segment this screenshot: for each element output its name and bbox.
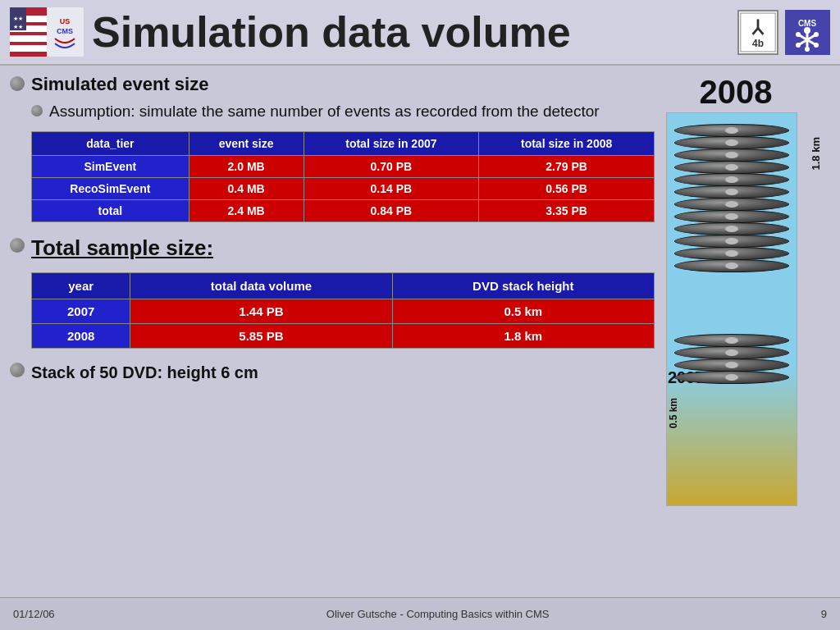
cms-star-logo: CMS <box>785 10 830 55</box>
svg-rect-3 <box>10 35 47 42</box>
t1-r1-c0: RecoSimEvent <box>32 178 189 200</box>
bullet-dot-3 <box>10 363 25 377</box>
bullet-item-1: Simulated event size <box>10 74 633 95</box>
total-section: Total sample size: <box>10 235 633 261</box>
t1-r0-c1: 2.0 MB <box>189 156 304 178</box>
table2-header-2: DVD stack height <box>392 273 654 299</box>
t1-r0-c0: SimEvent <box>32 156 189 178</box>
svg-point-24 <box>814 32 819 37</box>
main-content: Simulated event size Assumption: simulat… <box>0 66 840 597</box>
svg-point-23 <box>796 32 801 37</box>
t1-r2-c1: 2.4 MB <box>189 200 304 222</box>
svg-text:★★: ★★ <box>13 16 23 21</box>
bullet-dot-2 <box>10 238 25 253</box>
t1-r2-c3: 3.35 PB <box>479 200 655 222</box>
dvd-stack-2008 <box>674 125 789 272</box>
t2-r0-c1: 1.44 PB <box>130 299 392 324</box>
t2-r0-c0: 2007 <box>32 299 130 324</box>
t1-r2-c2: 0.84 PB <box>304 200 479 222</box>
4b-icon: 4b <box>737 10 778 55</box>
left-panel: Simulated event size Assumption: simulat… <box>10 74 633 589</box>
svg-text:★★: ★★ <box>13 24 23 30</box>
table-row: RecoSimEvent 0.4 MB 0.14 PB 0.56 PB <box>32 178 655 200</box>
km-18-label: 1.8 km <box>810 137 822 170</box>
footer: 01/12/06 Oliver Gutsche - Computing Basi… <box>0 597 840 630</box>
bullet-item-2: Total sample size: <box>10 235 633 261</box>
svg-text:4b: 4b <box>752 37 764 48</box>
total-title: Total sample size: <box>31 235 213 261</box>
svg-text:US: US <box>60 17 71 25</box>
svg-point-21 <box>804 27 810 34</box>
t1-r0-c2: 0.70 PB <box>304 156 479 178</box>
right-panel: 2008 1.8 km <box>641 74 830 589</box>
logo-area: ★★ ★★ US CMS <box>10 7 84 57</box>
footer-title: Oliver Gutsche - Computing Basics within… <box>326 608 550 620</box>
table1-header-1: event size <box>189 132 304 156</box>
header-icons: 4b CMS <box>737 10 830 55</box>
table-row: 2007 1.44 PB 0.5 km <box>32 299 655 324</box>
table-row: 2008 5.85 PB 1.8 km <box>32 324 655 349</box>
t1-r2-c0: total <box>32 200 189 222</box>
svg-text:CMS: CMS <box>798 19 817 28</box>
table2-header-1: total data volume <box>130 273 392 299</box>
table2-header-0: year <box>32 273 130 299</box>
km-05-label: 0.5 km <box>668 398 679 428</box>
total-sample-table: year total data volume DVD stack height … <box>31 272 655 349</box>
table1-header-3: total size in 2008 <box>479 132 655 156</box>
uscms-logo: ★★ ★★ US CMS <box>10 7 84 57</box>
footer-page: 9 <box>821 608 827 620</box>
svg-point-22 <box>805 47 810 52</box>
table-row: total 2.4 MB 0.84 PB 3.35 PB <box>32 200 655 222</box>
svg-rect-4 <box>10 45 47 52</box>
stack-text-row: Stack of 50 DVD: height 6 cm <box>10 360 633 382</box>
event-size-table: data_tier event size total size in 2007 … <box>31 131 655 222</box>
t2-r1-c1: 5.85 PB <box>130 324 392 349</box>
section1-title: Simulated event size <box>31 74 208 95</box>
dvd-stack-2007 <box>674 335 789 383</box>
bullet-dot-1 <box>10 76 25 91</box>
table-row: SimEvent 2.0 MB 0.70 PB 2.79 PB <box>32 156 655 178</box>
svg-point-25 <box>796 43 801 48</box>
t1-r1-c2: 0.14 PB <box>304 178 479 200</box>
page-title: Simulation data volume <box>84 7 737 57</box>
table1-header-0: data_tier <box>32 132 189 156</box>
svg-point-26 <box>814 43 819 48</box>
svg-text:CMS: CMS <box>57 27 73 35</box>
assumption-text: Assumption: simulate the same number of … <box>49 102 600 121</box>
year-2008-badge: 2008 <box>700 74 773 111</box>
t2-r1-c2: 1.8 km <box>392 324 654 349</box>
dvd-stack-visual: 1.8 km <box>650 112 822 506</box>
header: ★★ ★★ US CMS Simulation data volume 4b <box>0 0 840 66</box>
table1-header-2: total size in 2007 <box>304 132 479 156</box>
footer-date: 01/12/06 <box>13 608 55 620</box>
t2-r1-c0: 2008 <box>32 324 130 349</box>
sub-bullet-item: Assumption: simulate the same number of … <box>31 102 633 121</box>
stack-bottom-text: Stack of 50 DVD: height 6 cm <box>31 363 258 382</box>
t1-r1-c3: 0.56 PB <box>479 178 655 200</box>
t1-r0-c3: 2.79 PB <box>479 156 655 178</box>
t1-r1-c1: 0.4 MB <box>189 178 304 200</box>
t2-r0-c2: 0.5 km <box>392 299 654 324</box>
sub-bullet-dot <box>31 105 43 116</box>
